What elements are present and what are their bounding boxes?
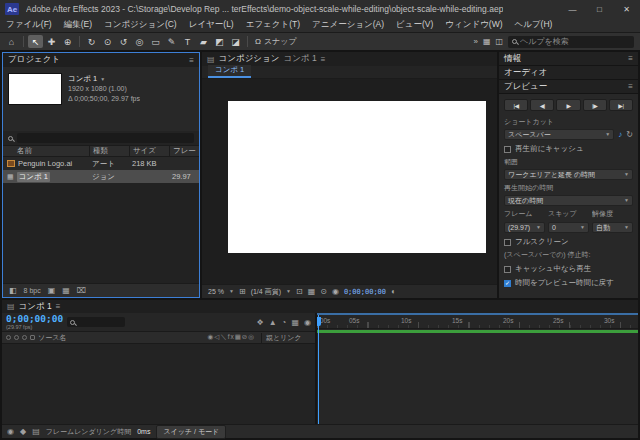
framerate-select[interactable]: (29.97) ▼: [504, 222, 545, 233]
new-folder-icon[interactable]: ▣: [48, 286, 56, 295]
brush-tool-icon[interactable]: ▰: [196, 35, 211, 48]
snap-toggle[interactable]: Ω スナップ: [255, 36, 297, 47]
snapshot-camera-icon[interactable]: ◉: [332, 287, 339, 296]
tab-audio[interactable]: オーディオ: [504, 67, 547, 79]
eraser-tool-icon[interactable]: ◪: [228, 35, 243, 48]
menu-animation[interactable]: アニメーション(A): [306, 19, 390, 31]
eye-icon[interactable]: [6, 335, 11, 340]
current-time-indicator[interactable]: [318, 315, 319, 424]
first-frame-button[interactable]: |◀: [504, 99, 528, 111]
clone-stamp-tool-icon[interactable]: ◩: [212, 35, 227, 48]
timeline-option-icon-2[interactable]: ◆: [20, 427, 26, 436]
switch-mode-button[interactable]: スイッチ / モード: [156, 425, 226, 439]
reset-time-checkbox[interactable]: ✓: [504, 280, 511, 287]
layer-list-area[interactable]: [2, 344, 315, 424]
fast-previews-icon[interactable]: ◐: [391, 287, 396, 296]
last-frame-button[interactable]: ▶|: [609, 99, 633, 111]
lock-icon[interactable]: [30, 335, 35, 340]
transparency-grid-icon[interactable]: ⊡: [296, 287, 303, 296]
shape-tool-icon[interactable]: ▭: [148, 35, 163, 48]
comp-mini-flowchart-icon[interactable]: ❖: [257, 318, 264, 327]
composition-canvas[interactable]: [228, 101, 486, 253]
new-composition-icon[interactable]: ▦: [62, 286, 70, 295]
timeline-option-icon-1[interactable]: ◉: [7, 427, 14, 436]
panel-menu-icon[interactable]: ≡: [56, 302, 61, 311]
solo-icon[interactable]: [22, 335, 27, 340]
range-select[interactable]: ワークエリアと延長 の時間 ▼: [504, 169, 633, 180]
next-frame-button[interactable]: |▶: [583, 99, 607, 111]
orbit-camera-tool-icon[interactable]: ↻: [84, 35, 99, 48]
loop-icon[interactable]: ↻: [626, 130, 633, 139]
timeline-search-input[interactable]: [77, 319, 122, 326]
toolbar-overflow-icon[interactable]: »: [473, 37, 477, 46]
previous-frame-button[interactable]: ◀|: [530, 99, 554, 111]
fullscreen-checkbox[interactable]: [504, 239, 511, 246]
tab-project[interactable]: プロジェクト: [8, 54, 60, 66]
column-header-size[interactable]: サイズ: [129, 146, 169, 156]
menu-edit[interactable]: 編集(E): [58, 19, 98, 31]
panel-menu-icon[interactable]: ≡: [628, 54, 633, 63]
mask-visibility-icon[interactable]: ▦: [308, 287, 316, 296]
viewer-tab-comp1[interactable]: コンポ 1: [208, 65, 251, 78]
audio-icon[interactable]: ♪: [618, 130, 622, 139]
grid-guides-icon[interactable]: ⊞: [239, 287, 246, 296]
selection-tool-icon[interactable]: ↖: [28, 35, 43, 48]
hide-shy-layers-icon[interactable]: ◔: [282, 318, 287, 327]
frame-blend-icon[interactable]: ▦: [291, 318, 299, 327]
pan-camera-tool-icon[interactable]: ⊙: [100, 35, 115, 48]
workspace-grid-icon[interactable]: ▦: [483, 37, 491, 46]
workspace-panels-icon[interactable]: ◫: [495, 37, 503, 46]
tab-composition[interactable]: コンポジション: [219, 53, 280, 65]
audio-icon[interactable]: [14, 335, 19, 340]
zoom-tool-icon[interactable]: ⊕: [60, 35, 75, 48]
column-header-type[interactable]: 種類: [89, 146, 129, 156]
trash-icon[interactable]: ⌧: [77, 286, 86, 295]
resolution-select[interactable]: 自動 ▼: [592, 222, 633, 233]
menu-effect[interactable]: エフェクト(T): [240, 19, 306, 31]
minimize-button[interactable]: —: [559, 0, 586, 18]
interpret-footage-icon[interactable]: ◧: [9, 286, 17, 295]
panel-menu-icon[interactable]: ≡: [628, 82, 633, 91]
help-search-input[interactable]: [520, 37, 630, 46]
pan-behind-tool-icon[interactable]: ◎: [132, 35, 147, 48]
panel-menu-icon[interactable]: ≡: [321, 55, 326, 64]
timeline-timecode[interactable]: 0;00;00;00: [6, 314, 63, 324]
cache-before-play-checkbox[interactable]: [504, 146, 511, 153]
project-row-penguin-logo[interactable]: Penguin Logo.ai アート 218 KB: [3, 157, 199, 170]
shortcut-select[interactable]: スペースバー ▼: [504, 129, 614, 140]
home-icon[interactable]: ⌂: [4, 35, 19, 48]
source-name-column[interactable]: ソース名: [38, 333, 66, 343]
current-time-indicator-head[interactable]: [317, 317, 321, 326]
magnification-select[interactable]: 25 %: [208, 288, 224, 295]
play-while-cached-checkbox[interactable]: [504, 266, 511, 273]
menu-composition[interactable]: コンポジション(C): [98, 19, 183, 31]
motion-blur-icon[interactable]: ◉: [304, 318, 311, 327]
parent-link-column[interactable]: 親とリンク: [261, 333, 315, 343]
rotation-tool-icon[interactable]: ↺: [116, 35, 131, 48]
column-header-framerate[interactable]: フレー: [169, 146, 199, 156]
panel-menu-icon[interactable]: ≡: [189, 56, 194, 65]
region-of-interest-icon[interactable]: ⊙: [320, 287, 327, 296]
menu-view[interactable]: ビュー(V): [390, 19, 439, 31]
menu-layer[interactable]: レイヤー(L): [183, 19, 240, 31]
play-from-select[interactable]: 現在の時間 ▼: [504, 195, 633, 206]
project-row-comp1[interactable]: ▦ コンポ 1 ジョン 29.97: [3, 170, 199, 183]
maximize-button[interactable]: □: [586, 0, 613, 18]
tab-timeline-comp1[interactable]: コンポ 1: [19, 301, 52, 313]
chevron-down-icon[interactable]: ▼: [100, 77, 105, 82]
skip-select[interactable]: 0 ▼: [548, 222, 589, 233]
tab-preview[interactable]: プレビュー: [504, 81, 547, 93]
timeline-option-icon-3[interactable]: ▤: [32, 427, 40, 436]
column-header-name[interactable]: 名前: [3, 146, 89, 156]
project-color-depth[interactable]: 8 bpc: [24, 287, 41, 294]
hand-tool-icon[interactable]: ✚: [44, 35, 59, 48]
project-search-input[interactable]: [17, 133, 194, 143]
resolution-quality-select[interactable]: (1/4 画質): [251, 287, 281, 297]
tab-info[interactable]: 情報: [504, 53, 521, 65]
menu-help[interactable]: ヘルプ(H): [509, 19, 559, 31]
menu-window[interactable]: ウィンドウ(W): [439, 19, 508, 31]
type-tool-icon[interactable]: T: [180, 35, 195, 48]
close-button[interactable]: ✕: [613, 0, 640, 18]
draft-3d-icon[interactable]: ▲: [269, 318, 277, 327]
play-button[interactable]: ▶: [556, 99, 580, 111]
